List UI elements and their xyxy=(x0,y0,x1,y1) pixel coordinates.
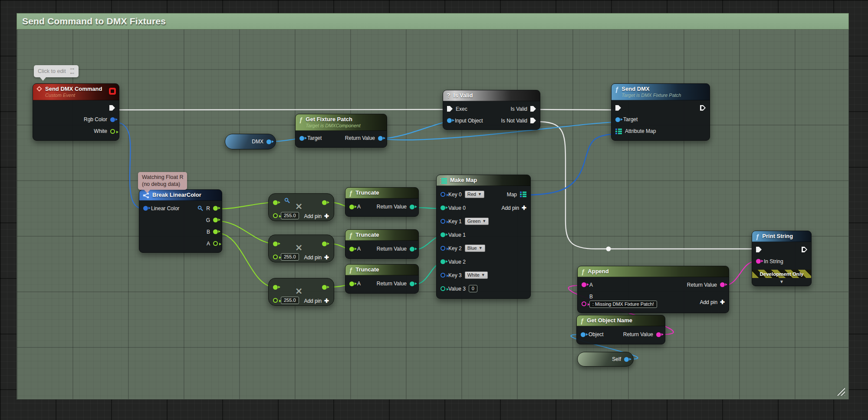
plus-icon: ✚ xyxy=(522,205,526,211)
add-pin-button[interactable]: Add pin✚ xyxy=(700,299,725,305)
node-truncate-b[interactable]: ƒTruncate A Return Value xyxy=(345,264,419,294)
multiply-out-pin[interactable] xyxy=(322,241,327,246)
rgb-color-out-pin[interactable] xyxy=(110,117,115,122)
key1-in-pin[interactable] xyxy=(441,219,445,224)
return-value-out-pin[interactable] xyxy=(410,247,414,251)
node-multiply-b[interactable]: × 255.0 Add pin✚ xyxy=(268,278,334,306)
function-icon: ƒ xyxy=(581,268,585,275)
node-truncate-g[interactable]: ƒTruncate A Return Value xyxy=(345,229,419,259)
target-in-pin[interactable] xyxy=(615,117,620,122)
white-out-pin[interactable] xyxy=(110,129,115,134)
blueprint-graph-canvas[interactable]: Send Command to DMX Fixtures Click to ed… xyxy=(0,0,868,420)
exec-in-pin[interactable] xyxy=(615,105,621,111)
exec-in-pin[interactable] xyxy=(447,106,453,112)
node-send-dmx-command[interactable]: Send DMX Command Custom Event Rgb Color … xyxy=(33,83,119,141)
node-get-fixture-patch[interactable]: ƒ Get Fixture Patch Target is DMXCompone… xyxy=(295,114,387,148)
node-title: Get Object Name xyxy=(587,317,632,324)
comment-bubble[interactable]: Click to edit ⊶⊷ xyxy=(34,65,79,77)
g-out-pin[interactable] xyxy=(213,218,218,222)
add-pin-button[interactable]: Add pin✚ xyxy=(304,213,329,219)
multiply-b-value[interactable]: 255.0 xyxy=(281,253,299,261)
pin-label: A xyxy=(357,246,361,252)
map-pin-icon[interactable] xyxy=(615,129,622,134)
key0-dropdown[interactable]: Red▼ xyxy=(465,191,484,198)
map-out-pin[interactable] xyxy=(520,192,526,197)
pin-label: Value 2 xyxy=(448,259,466,265)
event-bind-button[interactable] xyxy=(109,88,116,95)
add-pin-button[interactable]: Add pin✚ xyxy=(304,298,329,304)
a-in-pin[interactable] xyxy=(582,282,586,287)
value1-in-pin[interactable] xyxy=(441,232,445,237)
multiply-b-in-pin[interactable] xyxy=(273,298,278,303)
input-object-in-pin[interactable] xyxy=(447,118,452,123)
is-valid-exec-out-pin[interactable] xyxy=(530,106,536,112)
value0-in-pin[interactable] xyxy=(441,205,445,210)
dmx-out-pin[interactable] xyxy=(266,139,271,144)
node-make-map[interactable]: Make Map Key 0Red▼ Map Value 0 Add pin✚ … xyxy=(436,175,531,299)
node-subtitle: Target is DMXComponent xyxy=(306,123,360,129)
object-in-pin[interactable] xyxy=(581,332,585,337)
key3-dropdown[interactable]: White▼ xyxy=(465,271,488,279)
comment-box-header[interactable]: Send Command to DMX Fixtures xyxy=(16,13,849,30)
return-value-out-pin[interactable] xyxy=(410,281,414,286)
node-get-object-name[interactable]: ƒGet Object Name Object Return Value xyxy=(576,315,665,344)
a-in-pin[interactable] xyxy=(349,247,354,251)
value3-default-field[interactable]: 0 xyxy=(469,285,477,292)
watch-value-icon[interactable] xyxy=(284,198,290,203)
key2-in-pin[interactable] xyxy=(441,246,445,251)
multiply-b-value[interactable]: 255.0 xyxy=(281,297,299,304)
node-send-dmx[interactable]: ƒ Send DMX Target is DMX Fixture Patch T… xyxy=(611,83,710,141)
key1-dropdown[interactable]: Green▼ xyxy=(465,218,489,225)
key0-in-pin[interactable] xyxy=(441,192,445,197)
node-break-linearcolor[interactable]: Break LinearColor Linear Color R G B A xyxy=(139,189,222,253)
pin-label: Value 3 xyxy=(448,286,466,292)
function-icon: ƒ xyxy=(756,233,759,240)
value2-in-pin[interactable] xyxy=(441,259,445,264)
node-title: Break LinearColor xyxy=(152,192,201,198)
node-multiply-r[interactable]: × 255.0 Add pin✚ xyxy=(268,193,334,221)
node-print-string[interactable]: ƒPrint String In String Development Only… xyxy=(752,231,812,286)
multiply-b-value[interactable]: 255.0 xyxy=(281,212,299,219)
exec-out-pin[interactable] xyxy=(700,105,706,111)
node-dmx-variable[interactable]: DMX xyxy=(225,134,276,149)
node-self-variable[interactable]: Self xyxy=(577,352,634,367)
node-multiply-g[interactable]: × 255.0 Add pin✚ xyxy=(268,235,334,262)
b-in-pin[interactable] xyxy=(582,301,586,306)
node-is-valid[interactable]: ? Is Valid Exec Is Valid Input Object Is… xyxy=(443,90,540,130)
exec-in-pin[interactable] xyxy=(756,247,762,252)
return-value-out-pin[interactable] xyxy=(720,282,725,287)
r-out-pin[interactable] xyxy=(213,206,218,211)
return-value-out-pin[interactable] xyxy=(656,332,661,337)
self-out-pin[interactable] xyxy=(624,357,629,362)
b-out-pin[interactable] xyxy=(213,229,218,234)
multiply-in-pin[interactable] xyxy=(273,200,278,205)
node-truncate-r[interactable]: ƒTruncate A Return Value xyxy=(345,187,419,217)
node-append[interactable]: ƒAppend A Return Value B : Missing DMX F… xyxy=(577,266,729,313)
key3-in-pin[interactable] xyxy=(441,273,445,278)
key2-dropdown[interactable]: Blue▼ xyxy=(465,245,485,252)
bubble-pin-icon[interactable]: ⊶⊷ xyxy=(70,67,75,76)
value3-in-pin[interactable] xyxy=(441,286,445,291)
expand-chevron-icon[interactable]: ▼ xyxy=(752,278,811,286)
watch-value-icon[interactable] xyxy=(197,205,203,211)
a-in-pin[interactable] xyxy=(349,281,354,286)
target-in-pin[interactable] xyxy=(299,136,304,141)
add-pin-button[interactable]: Add pin✚ xyxy=(304,254,329,261)
return-value-out-pin[interactable] xyxy=(378,136,383,141)
exec-out-pin[interactable] xyxy=(802,247,807,252)
multiply-b-in-pin[interactable] xyxy=(273,213,278,218)
linear-color-in-pin[interactable] xyxy=(143,206,148,211)
b-default-field[interactable]: : Missing DMX Fixture Patch! xyxy=(589,301,657,308)
is-not-valid-exec-out-pin[interactable] xyxy=(530,118,536,123)
a-in-pin[interactable] xyxy=(349,205,354,209)
exec-out-pin[interactable] xyxy=(109,105,115,111)
return-value-out-pin[interactable] xyxy=(410,205,414,209)
a-out-pin[interactable] xyxy=(213,241,218,246)
in-string-in-pin[interactable] xyxy=(756,259,761,264)
multiply-out-pin[interactable] xyxy=(322,200,327,205)
multiply-in-pin[interactable] xyxy=(273,285,278,290)
multiply-b-in-pin[interactable] xyxy=(273,255,278,259)
multiply-in-pin[interactable] xyxy=(273,241,278,246)
add-pin-button[interactable]: Add pin✚ xyxy=(501,205,526,211)
multiply-out-pin[interactable] xyxy=(322,285,327,290)
